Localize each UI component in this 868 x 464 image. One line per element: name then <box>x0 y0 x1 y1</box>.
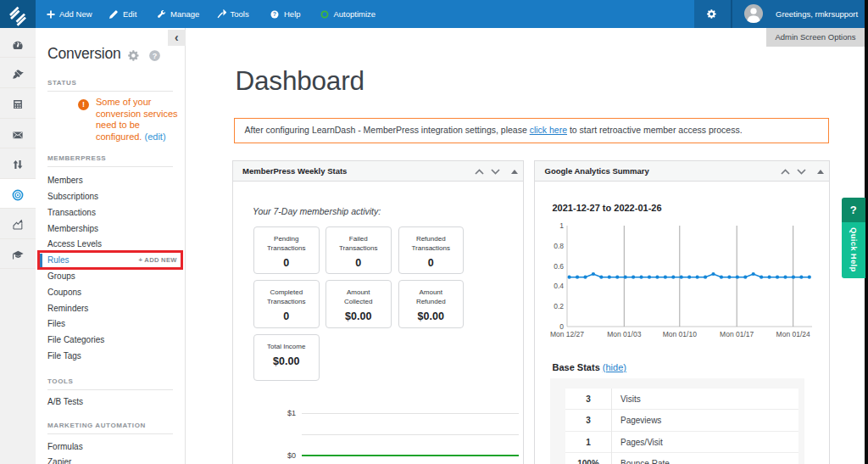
svg-text:Mon 01/17: Mon 01/17 <box>720 330 754 338</box>
svg-text:?: ? <box>272 11 275 17</box>
svg-text:?: ? <box>153 51 158 59</box>
svg-text:0.6: 0.6 <box>554 262 564 271</box>
svg-text:Mon 12/27: Mon 12/27 <box>550 330 584 338</box>
svg-text:0.4: 0.4 <box>554 282 564 290</box>
svg-text:Mon 01/10: Mon 01/10 <box>663 330 697 338</box>
svg-text:0.2: 0.2 <box>554 302 564 310</box>
svg-text:Mon 01/24: Mon 01/24 <box>776 330 810 338</box>
svg-text:1: 1 <box>559 221 564 230</box>
svg-text:Mon 01/03: Mon 01/03 <box>607 330 641 338</box>
svg-text:0.8: 0.8 <box>554 242 564 250</box>
